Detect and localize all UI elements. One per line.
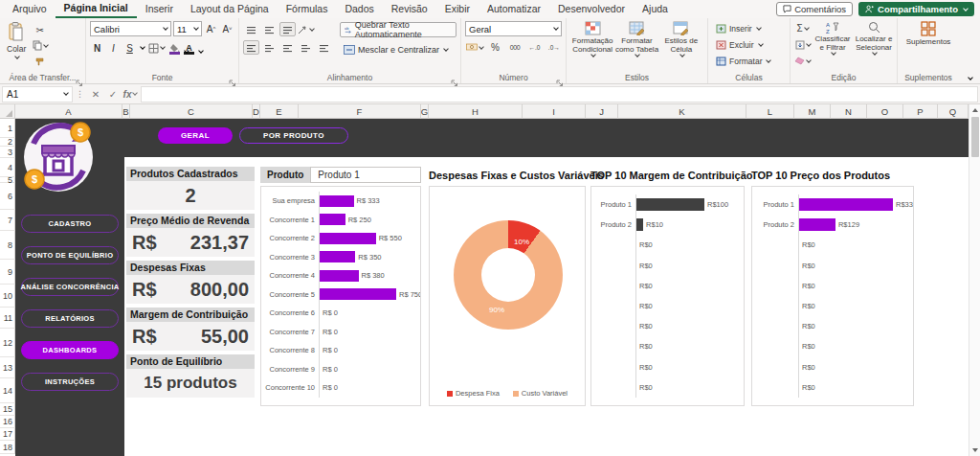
merge-center-button[interactable]: Mesclar e Centralizar [340, 42, 457, 57]
column-header-J[interactable]: J [586, 104, 618, 119]
autosum-button[interactable]: Σ [794, 21, 811, 35]
column-header-K[interactable]: K [618, 104, 746, 119]
column-header-Q[interactable]: Q [938, 104, 969, 119]
column-header-L[interactable]: L [746, 104, 794, 119]
copy-button[interactable] [32, 38, 48, 53]
row-header-14[interactable]: 14 [0, 378, 15, 403]
row-header-2[interactable]: 2 [0, 138, 15, 147]
cut-button[interactable]: ✂ [32, 23, 48, 37]
format-painter-button[interactable] [32, 54, 48, 68]
row-header-12[interactable]: 12 [0, 329, 15, 357]
decrease-indent-button[interactable] [298, 40, 314, 55]
column-header-M[interactable]: M [794, 104, 831, 119]
column-header-N[interactable]: N [831, 104, 867, 119]
collapse-ribbon-button[interactable] [968, 75, 973, 80]
decrease-font-button[interactable]: A˅ [220, 21, 234, 36]
product-selector-value[interactable]: Produto 1 [310, 167, 421, 183]
bold-button[interactable]: N [90, 40, 104, 56]
sort-filter-button[interactable]: AZ Classificar e Filtrar [814, 21, 851, 55]
find-select-button[interactable]: Localizar e Selecionar [855, 21, 893, 55]
accounting-format-button[interactable] [465, 40, 483, 55]
align-center-button[interactable] [261, 40, 278, 55]
column-header-P[interactable]: P [903, 104, 938, 119]
comments-button[interactable]: Comentários [776, 2, 853, 16]
insert-cells-button[interactable]: Inserir [716, 21, 761, 35]
menu-tab-automatizar[interactable]: Automatizar [479, 0, 549, 18]
row-header-10[interactable]: 10 [0, 285, 15, 308]
row-header-16[interactable]: 16 [0, 416, 15, 428]
view-tab-geral[interactable]: GERAL [158, 127, 233, 144]
format-cells-button[interactable]: Formatar [716, 54, 770, 68]
clipboard-dialog-launcher[interactable] [76, 74, 83, 81]
row-header-7[interactable]: 7 [0, 210, 15, 231]
cell-styles-button[interactable]: Estilos de Célula [659, 21, 703, 57]
scroll-up-button[interactable] [969, 104, 980, 116]
scroll-down-button[interactable] [972, 448, 978, 452]
menu-tab-arquivo[interactable]: Arquivo [4, 0, 56, 18]
paste-button[interactable]: Colar [4, 21, 29, 59]
decrease-decimal-button[interactable]: .0→ [546, 40, 562, 55]
addins-button[interactable]: Suplementos [902, 21, 955, 46]
cancel-entry-button[interactable]: ✕ [87, 86, 104, 103]
increase-indent-button[interactable] [316, 40, 332, 55]
menu-tab-revisão[interactable]: Revisão [383, 0, 436, 18]
menu-tab-desenvolvedor[interactable]: Desenvolvedor [549, 0, 634, 18]
fill-button[interactable] [794, 37, 811, 52]
sidebar-button-cadastro[interactable]: CADASTRO [21, 215, 119, 233]
row-header-15[interactable]: 15 [0, 403, 15, 416]
column-header-D[interactable]: D [253, 104, 260, 119]
column-header-C[interactable]: C [130, 104, 253, 119]
column-header-F[interactable]: F [299, 104, 421, 119]
column-header-E[interactable]: E [260, 104, 299, 119]
align-middle-button[interactable] [261, 22, 278, 36]
delete-cells-button[interactable]: Excluir [716, 37, 763, 52]
align-left-button[interactable] [243, 40, 259, 55]
select-all-corner[interactable] [0, 104, 15, 119]
font-name-combo[interactable]: Calibri [90, 21, 171, 36]
menu-tab-dados[interactable]: Dados [336, 0, 382, 18]
comma-style-button[interactable]: 000 [507, 40, 523, 55]
column-header-I[interactable]: I [523, 104, 586, 119]
menu-tab-inserir[interactable]: Inserir [137, 0, 182, 18]
formula-input[interactable] [141, 86, 978, 103]
vertical-scrollbar[interactable] [969, 104, 980, 456]
scroll-thumb[interactable] [971, 117, 979, 157]
row-header-9[interactable]: 9 [0, 260, 15, 285]
conditional-formatting-button[interactable]: Formatação Condicional [570, 21, 614, 57]
row-header-18[interactable]: 18 [0, 441, 15, 454]
sidebar-button-dashboards[interactable]: DASHBOARDS [21, 341, 119, 359]
menu-tab-layout-da-página[interactable]: Layout da Página [182, 0, 278, 18]
borders-button[interactable] [146, 40, 167, 56]
sidebar-button-relatórios[interactable]: RELATÓRIOS [21, 309, 119, 328]
align-right-button[interactable] [279, 40, 296, 55]
alignment-dialog-launcher[interactable] [451, 74, 458, 81]
number-dialog-launcher[interactable] [556, 74, 564, 81]
underline-button[interactable]: S [122, 40, 137, 56]
column-header-O[interactable]: O [867, 104, 903, 119]
sidebar-button-ponto-de-equilíbrio[interactable]: PONTO DE EQUILÍBRIO [21, 246, 119, 264]
menu-tab-exibir[interactable]: Exibir [436, 0, 479, 18]
fill-color-button[interactable] [168, 44, 181, 53]
format-as-table-button[interactable]: Formatar como Tabela [614, 21, 658, 57]
increase-font-button[interactable]: A^ [204, 21, 218, 36]
menu-tab-ajuda[interactable]: Ajuda [634, 0, 677, 18]
clear-button[interactable] [794, 54, 811, 68]
insert-function-button[interactable]: fx [122, 86, 139, 103]
increase-decimal-button[interactable]: ←.0 [526, 40, 542, 55]
percent-button[interactable]: % [487, 40, 502, 55]
row-header-1[interactable]: 1 [0, 119, 15, 138]
row-header-17[interactable]: 17 [0, 428, 15, 441]
share-button[interactable]: Compartilhamento [858, 2, 974, 16]
row-header-13[interactable]: 13 [0, 357, 15, 378]
column-header-B[interactable]: B [122, 104, 130, 119]
menu-tab-fórmulas[interactable]: Fórmulas [278, 0, 337, 18]
italic-button[interactable]: I [106, 40, 121, 56]
sidebar-button-instruções[interactable]: INSTRUÇÕES [21, 373, 119, 391]
column-header-H[interactable]: H [429, 104, 523, 119]
align-bottom-button[interactable] [279, 22, 296, 36]
column-header-A[interactable]: A [15, 104, 122, 119]
row-header-8[interactable]: 8 [0, 231, 15, 260]
wrap-text-button[interactable]: ab Quebrar Texto Automaticamente [340, 22, 457, 37]
number-format-combo[interactable]: Geral [465, 21, 562, 36]
align-top-button[interactable] [243, 22, 259, 36]
